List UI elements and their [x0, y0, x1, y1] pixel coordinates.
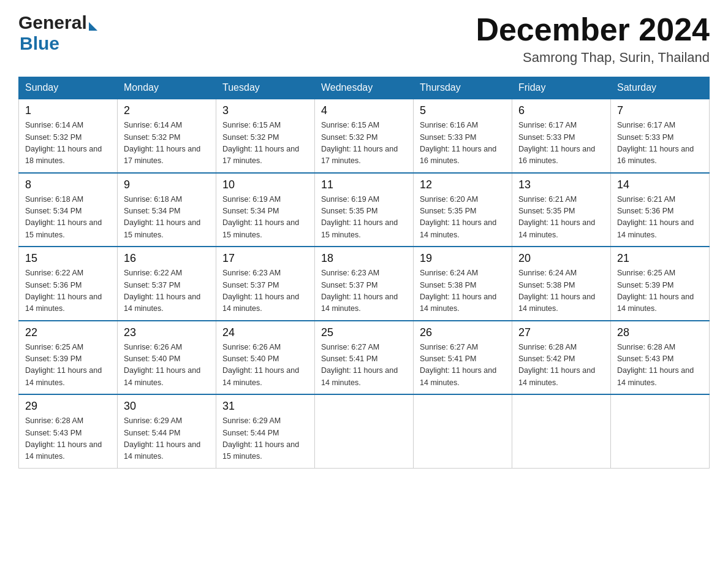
table-row: 3 Sunrise: 6:15 AMSunset: 5:32 PMDayligh… — [216, 99, 315, 173]
day-info: Sunrise: 6:28 AMSunset: 5:43 PMDaylight:… — [25, 416, 102, 461]
day-number: 17 — [222, 252, 308, 265]
day-info: Sunrise: 6:19 AMSunset: 5:34 PMDaylight:… — [222, 195, 299, 239]
table-row: 16 Sunrise: 6:22 AMSunset: 5:37 PMDaylig… — [118, 247, 216, 321]
table-row: 11 Sunrise: 6:19 AMSunset: 5:35 PMDaylig… — [315, 173, 414, 247]
day-info: Sunrise: 6:14 AMSunset: 5:32 PMDaylight:… — [25, 121, 102, 165]
day-number: 13 — [518, 178, 604, 191]
day-info: Sunrise: 6:18 AMSunset: 5:34 PMDaylight:… — [124, 195, 200, 239]
day-info: Sunrise: 6:23 AMSunset: 5:37 PMDaylight:… — [321, 269, 398, 313]
day-info: Sunrise: 6:25 AMSunset: 5:39 PMDaylight:… — [25, 343, 102, 387]
table-row: 26 Sunrise: 6:27 AMSunset: 5:41 PMDaylig… — [414, 321, 512, 395]
table-row: 5 Sunrise: 6:16 AMSunset: 5:33 PMDayligh… — [414, 99, 512, 173]
day-info: Sunrise: 6:26 AMSunset: 5:40 PMDaylight:… — [124, 343, 200, 387]
day-number: 20 — [518, 252, 604, 265]
day-info: Sunrise: 6:17 AMSunset: 5:33 PMDaylight:… — [518, 121, 595, 165]
day-info: Sunrise: 6:27 AMSunset: 5:41 PMDaylight:… — [420, 343, 496, 387]
calendar-week-row: 8 Sunrise: 6:18 AMSunset: 5:34 PMDayligh… — [19, 173, 710, 247]
table-row: 1 Sunrise: 6:14 AMSunset: 5:32 PMDayligh… — [19, 99, 118, 173]
logo-blue-text: Blue — [20, 33, 59, 53]
day-number: 22 — [25, 326, 111, 339]
day-number: 24 — [222, 326, 308, 339]
day-info: Sunrise: 6:22 AMSunset: 5:37 PMDaylight:… — [124, 269, 200, 313]
day-number: 25 — [321, 326, 407, 339]
day-info: Sunrise: 6:24 AMSunset: 5:38 PMDaylight:… — [420, 269, 496, 313]
day-number: 15 — [25, 252, 111, 265]
table-row: 2 Sunrise: 6:14 AMSunset: 5:32 PMDayligh… — [118, 99, 216, 173]
table-row: 15 Sunrise: 6:22 AMSunset: 5:36 PMDaylig… — [19, 247, 118, 321]
day-number: 14 — [617, 178, 703, 191]
day-info: Sunrise: 6:28 AMSunset: 5:42 PMDaylight:… — [518, 343, 595, 387]
table-row: 13 Sunrise: 6:21 AMSunset: 5:35 PMDaylig… — [512, 173, 611, 247]
day-info: Sunrise: 6:22 AMSunset: 5:36 PMDaylight:… — [25, 269, 102, 313]
calendar-header-tuesday: Tuesday — [216, 77, 315, 99]
day-number: 18 — [321, 252, 407, 265]
day-info: Sunrise: 6:29 AMSunset: 5:44 PMDaylight:… — [124, 416, 200, 461]
table-row: 10 Sunrise: 6:19 AMSunset: 5:34 PMDaylig… — [216, 173, 315, 247]
day-number: 27 — [518, 326, 604, 339]
day-info: Sunrise: 6:24 AMSunset: 5:38 PMDaylight:… — [518, 269, 595, 313]
table-row: 4 Sunrise: 6:15 AMSunset: 5:32 PMDayligh… — [315, 99, 414, 173]
day-info: Sunrise: 6:26 AMSunset: 5:40 PMDaylight:… — [222, 343, 299, 387]
table-row: 24 Sunrise: 6:26 AMSunset: 5:40 PMDaylig… — [216, 321, 315, 395]
day-number: 19 — [420, 252, 506, 265]
day-number: 8 — [25, 178, 111, 191]
calendar-table: SundayMondayTuesdayWednesdayThursdayFrid… — [18, 77, 710, 469]
day-number: 4 — [321, 104, 407, 117]
table-row — [512, 394, 611, 468]
logo-flag-icon — [89, 22, 97, 31]
table-row — [611, 394, 710, 468]
table-row: 12 Sunrise: 6:20 AMSunset: 5:35 PMDaylig… — [414, 173, 512, 247]
table-row: 9 Sunrise: 6:18 AMSunset: 5:34 PMDayligh… — [118, 173, 216, 247]
day-number: 29 — [25, 400, 111, 413]
table-row: 14 Sunrise: 6:21 AMSunset: 5:36 PMDaylig… — [611, 173, 710, 247]
day-number: 11 — [321, 178, 407, 191]
day-number: 2 — [124, 104, 210, 117]
table-row: 17 Sunrise: 6:23 AMSunset: 5:37 PMDaylig… — [216, 247, 315, 321]
calendar-header-monday: Monday — [118, 77, 216, 99]
table-row — [315, 394, 414, 468]
day-info: Sunrise: 6:15 AMSunset: 5:32 PMDaylight:… — [222, 121, 299, 165]
day-info: Sunrise: 6:21 AMSunset: 5:36 PMDaylight:… — [617, 195, 694, 239]
table-row: 18 Sunrise: 6:23 AMSunset: 5:37 PMDaylig… — [315, 247, 414, 321]
table-row: 30 Sunrise: 6:29 AMSunset: 5:44 PMDaylig… — [118, 394, 216, 468]
day-number: 28 — [617, 326, 703, 339]
day-info: Sunrise: 6:16 AMSunset: 5:33 PMDaylight:… — [420, 121, 496, 165]
day-info: Sunrise: 6:25 AMSunset: 5:39 PMDaylight:… — [617, 269, 694, 313]
table-row: 29 Sunrise: 6:28 AMSunset: 5:43 PMDaylig… — [19, 394, 118, 468]
day-number: 12 — [420, 178, 506, 191]
table-row: 27 Sunrise: 6:28 AMSunset: 5:42 PMDaylig… — [512, 321, 611, 395]
title-block: December 2024 Samrong Thap, Surin, Thail… — [476, 12, 710, 66]
calendar-header-saturday: Saturday — [611, 77, 710, 99]
table-row: 23 Sunrise: 6:26 AMSunset: 5:40 PMDaylig… — [118, 321, 216, 395]
day-number: 26 — [420, 326, 506, 339]
calendar-header-wednesday: Wednesday — [315, 77, 414, 99]
table-row: 8 Sunrise: 6:18 AMSunset: 5:34 PMDayligh… — [19, 173, 118, 247]
day-info: Sunrise: 6:20 AMSunset: 5:35 PMDaylight:… — [420, 195, 496, 239]
day-number: 21 — [617, 252, 703, 265]
logo: General Blue — [18, 12, 97, 54]
calendar-week-row: 15 Sunrise: 6:22 AMSunset: 5:36 PMDaylig… — [19, 247, 710, 321]
table-row: 28 Sunrise: 6:28 AMSunset: 5:43 PMDaylig… — [611, 321, 710, 395]
day-number: 3 — [222, 104, 308, 117]
table-row: 22 Sunrise: 6:25 AMSunset: 5:39 PMDaylig… — [19, 321, 118, 395]
day-number: 9 — [124, 178, 210, 191]
calendar-week-row: 1 Sunrise: 6:14 AMSunset: 5:32 PMDayligh… — [19, 99, 710, 173]
month-title: December 2024 — [476, 12, 710, 47]
day-info: Sunrise: 6:19 AMSunset: 5:35 PMDaylight:… — [321, 195, 398, 239]
calendar-header-sunday: Sunday — [19, 77, 118, 99]
calendar-header-thursday: Thursday — [414, 77, 512, 99]
calendar-week-row: 22 Sunrise: 6:25 AMSunset: 5:39 PMDaylig… — [19, 321, 710, 395]
day-number: 7 — [617, 104, 703, 117]
table-row: 7 Sunrise: 6:17 AMSunset: 5:33 PMDayligh… — [611, 99, 710, 173]
day-number: 6 — [518, 104, 604, 117]
day-info: Sunrise: 6:28 AMSunset: 5:43 PMDaylight:… — [617, 343, 694, 387]
table-row: 31 Sunrise: 6:29 AMSunset: 5:44 PMDaylig… — [216, 394, 315, 468]
day-info: Sunrise: 6:17 AMSunset: 5:33 PMDaylight:… — [617, 121, 694, 165]
location-title: Samrong Thap, Surin, Thailand — [476, 50, 710, 66]
table-row: 25 Sunrise: 6:27 AMSunset: 5:41 PMDaylig… — [315, 321, 414, 395]
day-number: 10 — [222, 178, 308, 191]
day-number: 23 — [124, 326, 210, 339]
day-info: Sunrise: 6:18 AMSunset: 5:34 PMDaylight:… — [25, 195, 102, 239]
day-info: Sunrise: 6:23 AMSunset: 5:37 PMDaylight:… — [222, 269, 299, 313]
table-row: 19 Sunrise: 6:24 AMSunset: 5:38 PMDaylig… — [414, 247, 512, 321]
